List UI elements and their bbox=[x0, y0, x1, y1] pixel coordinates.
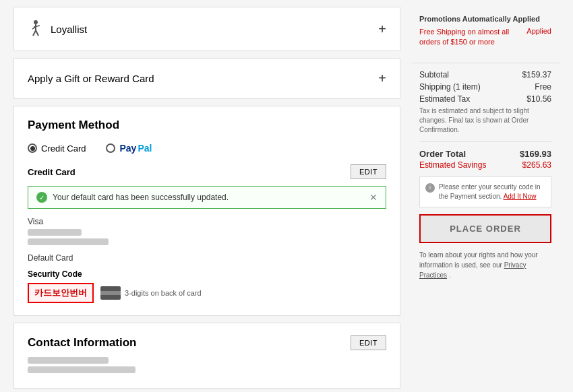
security-note-box: i Please enter your security code in the… bbox=[419, 176, 551, 207]
savings-row: Estimated Savings $265.63 bbox=[419, 160, 551, 170]
privacy-note: To learn about your rights and how your … bbox=[419, 250, 551, 280]
subtotal-value: $159.37 bbox=[522, 70, 551, 79]
loyallist-card: Loyallist + bbox=[13, 7, 400, 51]
gift-card-expand-icon[interactable]: + bbox=[378, 71, 386, 86]
loyallist-expand-icon[interactable]: + bbox=[378, 22, 386, 37]
success-message-banner: ✓ Your default card has been successfull… bbox=[28, 186, 386, 209]
svg-line-5 bbox=[34, 26, 40, 27]
payment-method-title: Payment Method bbox=[28, 119, 386, 132]
credit-card-row: Credit Card EDIT bbox=[28, 164, 386, 179]
savings-label: Estimated Savings bbox=[419, 160, 486, 170]
gift-card-title: Apply a Gift or Reward Card bbox=[28, 73, 154, 84]
tax-note: Tax is estimated and subject to slight c… bbox=[419, 106, 551, 135]
security-code-row: 카드보안번버 3-digits on back of card bbox=[28, 283, 386, 303]
gift-card-header: Apply a Gift or Reward Card + bbox=[28, 71, 386, 86]
digits-hint-text: 3-digits on back of card bbox=[125, 289, 202, 297]
info-icon: i bbox=[425, 183, 435, 193]
security-code-label: Security Code bbox=[28, 269, 386, 279]
shipping-row: Shipping (1 item) Free bbox=[419, 82, 551, 92]
payment-options: Credit Card PayPal bbox=[28, 143, 386, 154]
tax-row: Estimated Tax $10.56 bbox=[419, 94, 551, 104]
order-summary: Subtotal $159.37 Shipping (1 item) Free … bbox=[411, 70, 560, 288]
shipping-label: Shipping (1 item) bbox=[419, 82, 481, 92]
contact-edit-button[interactable]: EDIT bbox=[351, 335, 386, 350]
tax-label: Estimated Tax bbox=[419, 94, 470, 104]
divider-1 bbox=[411, 63, 560, 63]
place-order-button[interactable]: PLACE ORDER bbox=[419, 214, 551, 243]
order-total-label: Order Total bbox=[419, 149, 466, 159]
success-message-text: Your default card has been successfully … bbox=[53, 193, 229, 202]
contact-blurred-1 bbox=[28, 357, 109, 364]
credit-card-option[interactable]: Credit Card bbox=[28, 143, 86, 154]
gift-card-section: Apply a Gift or Reward Card + bbox=[13, 58, 400, 99]
security-note-text: Please enter your security code in the P… bbox=[439, 183, 545, 201]
subtotal-label: Subtotal bbox=[419, 70, 449, 79]
loyallist-title-group: Loyallist bbox=[28, 20, 87, 38]
default-card-label: Default Card bbox=[28, 253, 386, 263]
close-success-button[interactable]: ✕ bbox=[369, 192, 378, 203]
contact-title: Contact Information bbox=[28, 336, 137, 350]
tax-value: $10.56 bbox=[526, 94, 551, 104]
paypal-pal-light: Pal bbox=[138, 143, 152, 154]
visa-number-blurred bbox=[28, 229, 82, 236]
promo-applied-badge: Applied bbox=[526, 27, 551, 35]
promo-row: Free Shipping on almost all orders of $1… bbox=[419, 27, 551, 48]
check-icon: ✓ bbox=[36, 192, 47, 203]
promo-description: Free Shipping on almost all orders of $1… bbox=[419, 27, 521, 48]
order-total-row: Order Total $169.93 bbox=[419, 149, 551, 159]
contact-blurred-2 bbox=[28, 366, 135, 373]
divider-2 bbox=[419, 141, 551, 142]
page-wrapper: Loyallist + Apply a Gift or Reward Card … bbox=[0, 0, 573, 392]
svg-line-3 bbox=[33, 30, 36, 36]
loyallist-label: Loyallist bbox=[51, 24, 87, 35]
svg-point-0 bbox=[34, 20, 38, 24]
visa-expiry-blurred bbox=[28, 238, 109, 245]
savings-value: $265.63 bbox=[522, 160, 551, 170]
order-total-value: $169.93 bbox=[520, 149, 551, 159]
success-left: ✓ Your default card has been successfull… bbox=[36, 192, 229, 203]
credit-card-radio[interactable] bbox=[28, 143, 37, 153]
credit-card-label: Credit Card bbox=[28, 167, 76, 177]
payment-method-card: Payment Method Credit Card PayPal Credit… bbox=[13, 106, 400, 316]
paypal-radio[interactable] bbox=[106, 143, 115, 153]
credit-card-edit-button[interactable]: EDIT bbox=[351, 164, 386, 179]
promo-title: Promotions Automatically Applied bbox=[419, 15, 551, 23]
paypal-p-blue: Pay bbox=[119, 143, 136, 154]
svg-line-4 bbox=[36, 30, 38, 36]
card-stripe bbox=[100, 291, 121, 295]
right-column: Promotions Automatically Applied Free Sh… bbox=[411, 7, 560, 389]
credit-card-option-label: Credit Card bbox=[41, 143, 86, 154]
left-column: Loyallist + Apply a Gift or Reward Card … bbox=[13, 7, 400, 389]
card-back-hint: 3-digits on back of card bbox=[100, 286, 202, 300]
loyallist-header: Loyallist + bbox=[28, 20, 386, 38]
paypal-logo: PayPal bbox=[119, 143, 152, 154]
visa-section: Visa bbox=[28, 217, 386, 245]
paypal-option[interactable]: PayPal bbox=[106, 143, 152, 154]
subtotal-row: Subtotal $159.37 bbox=[419, 70, 551, 79]
loyallist-icon bbox=[28, 20, 44, 38]
contact-header: Contact Information EDIT bbox=[28, 335, 386, 350]
card-small-icon bbox=[100, 286, 121, 300]
promo-section: Promotions Automatically Applied Free Sh… bbox=[411, 7, 560, 56]
add-it-now-link[interactable]: Add It Now bbox=[504, 193, 537, 200]
security-code-input[interactable]: 카드보안번버 bbox=[28, 283, 94, 303]
contact-info-card: Contact Information EDIT bbox=[13, 323, 400, 389]
visa-label: Visa bbox=[28, 217, 386, 226]
shipping-value: Free bbox=[535, 82, 551, 92]
